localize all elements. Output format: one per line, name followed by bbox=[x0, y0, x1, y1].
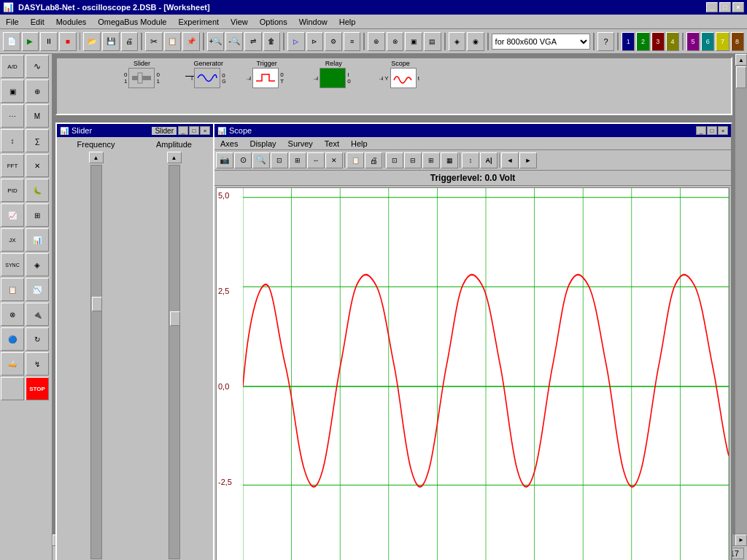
scope-block[interactable]: Scope I Y t bbox=[382, 60, 419, 88]
menu-view[interactable]: View bbox=[225, 16, 254, 28]
sidebar-btn26[interactable]: ↯ bbox=[26, 352, 49, 376]
sidebar-btn3[interactable]: ▣ bbox=[1, 79, 24, 103]
sidebar-stop[interactable]: STOP bbox=[26, 377, 49, 400]
amp-track[interactable] bbox=[169, 165, 180, 559]
sidebar-btn14[interactable]: ⊞ bbox=[26, 203, 49, 227]
scope-menu-help[interactable]: Help bbox=[345, 138, 374, 149]
sidebar-btn13[interactable]: 📈 bbox=[1, 203, 24, 227]
sidebar-btn23[interactable]: 🔵 bbox=[1, 327, 24, 351]
scope-btn10[interactable]: ⊡ bbox=[386, 152, 403, 168]
close-button[interactable]: × bbox=[732, 2, 744, 12]
tb-play[interactable]: ▶ bbox=[22, 32, 39, 51]
tb-prop[interactable]: ≡ bbox=[344, 32, 361, 51]
tb-cut[interactable]: ✂ bbox=[145, 32, 163, 51]
scope-maximize-btn[interactable]: □ bbox=[707, 126, 717, 135]
menu-experiment[interactable]: Experiment bbox=[172, 16, 225, 28]
scope-menu-survey[interactable]: Survey bbox=[282, 138, 319, 149]
scope-btn2[interactable]: ⊙ bbox=[234, 152, 252, 168]
tb-zoom-out[interactable]: -🔍 bbox=[225, 32, 243, 51]
tb-wire[interactable]: ⇌ bbox=[244, 32, 262, 51]
minimize-button[interactable]: _ bbox=[706, 2, 718, 12]
scope-menu-text[interactable]: Text bbox=[319, 138, 345, 149]
sidebar-btn7[interactable]: ↕ bbox=[1, 129, 24, 152]
tb-ch1[interactable]: 1 bbox=[622, 32, 635, 51]
freq-thumb[interactable] bbox=[92, 297, 102, 311]
scope-btn6[interactable]: ↔ bbox=[307, 152, 325, 168]
scroll-track[interactable] bbox=[735, 66, 747, 548]
sidebar-btn16[interactable]: 📊 bbox=[26, 228, 49, 252]
slider-maximize-btn[interactable]: □ bbox=[189, 126, 199, 135]
tb-ch4[interactable]: 4 bbox=[666, 32, 679, 51]
tb-paste[interactable]: 📌 bbox=[182, 32, 200, 51]
menu-window[interactable]: Window bbox=[293, 16, 333, 28]
menu-options[interactable]: Options bbox=[254, 16, 293, 28]
sidebar-btn18[interactable]: ◈ bbox=[26, 253, 49, 276]
tb-extra4[interactable]: ▤ bbox=[424, 32, 441, 51]
scope-minimize-btn[interactable]: _ bbox=[696, 126, 706, 135]
tb-delete[interactable]: 🗑 bbox=[263, 32, 281, 51]
sidebar-btn8[interactable]: ∑ bbox=[26, 129, 49, 152]
sidebar-btn19[interactable]: 📋 bbox=[1, 278, 24, 301]
menu-modules[interactable]: Modules bbox=[50, 16, 93, 28]
slider-minimize-btn[interactable]: _ bbox=[178, 126, 188, 135]
trigger-block[interactable]: Trigger I 0T bbox=[249, 60, 284, 88]
tb-zoom-in[interactable]: +🔍 bbox=[207, 32, 225, 51]
tb-ch6[interactable]: 6 bbox=[701, 32, 714, 51]
relay-block[interactable]: Relay I I0 bbox=[317, 60, 351, 88]
sidebar-pid[interactable]: PID bbox=[1, 179, 24, 202]
tb-open[interactable]: 📂 bbox=[83, 32, 101, 51]
sidebar-wave[interactable]: ∿ bbox=[26, 55, 49, 78]
scope-text-btn[interactable]: A| bbox=[480, 152, 498, 168]
menu-omegabus[interactable]: OmegaBus Module bbox=[92, 16, 172, 28]
scope-btn11[interactable]: ⊟ bbox=[404, 152, 422, 168]
scroll-thumb[interactable] bbox=[736, 66, 746, 88]
scope-prev-btn[interactable]: ◄ bbox=[501, 152, 519, 168]
tb-ch7[interactable]: 7 bbox=[716, 32, 729, 51]
scope-btn8[interactable]: 📋 bbox=[347, 152, 364, 168]
tb-extra6[interactable]: ◉ bbox=[467, 32, 484, 51]
tb-save[interactable]: 💾 bbox=[102, 32, 120, 51]
scroll-up-btn[interactable]: ▲ bbox=[735, 54, 747, 66]
menu-file[interactable]: File bbox=[0, 16, 25, 28]
tb-copy[interactable]: 📋 bbox=[164, 32, 182, 51]
generator-block[interactable]: Generator I 0G bbox=[191, 60, 226, 88]
scope-btn5[interactable]: ⊞ bbox=[289, 152, 306, 168]
scope-menu-display[interactable]: Display bbox=[244, 138, 282, 149]
sidebar-btn10[interactable]: ✕ bbox=[26, 154, 49, 177]
vga-dropdown[interactable]: for 800x600 VGA bbox=[492, 34, 590, 50]
tb-pause[interactable]: ⏸ bbox=[40, 32, 58, 51]
menu-help[interactable]: Help bbox=[333, 16, 362, 28]
sidebar-btn12[interactable]: 🐛 bbox=[26, 179, 49, 202]
sidebar-sync[interactable]: SYNC bbox=[1, 253, 24, 276]
h-scroll-right-btn[interactable]: ► bbox=[735, 534, 747, 546]
amp-thumb[interactable] bbox=[170, 311, 180, 326]
scope-zoom-btn[interactable]: 🔍 bbox=[252, 152, 270, 168]
sidebar-btn6[interactable]: M bbox=[26, 104, 49, 128]
tb-help[interactable]: ? bbox=[597, 32, 615, 51]
scope-cursor-btn[interactable]: ↕ bbox=[462, 152, 479, 168]
scope-menu-axes[interactable]: Axes bbox=[214, 138, 244, 149]
scope-next-btn[interactable]: ► bbox=[519, 152, 537, 168]
scope-btn4[interactable]: ⊡ bbox=[271, 152, 288, 168]
tb-extra2[interactable]: ⊗ bbox=[387, 32, 404, 51]
sidebar-btn25[interactable]: 🥧 bbox=[1, 352, 24, 376]
sidebar-btn24[interactable]: ↻ bbox=[26, 327, 49, 351]
tb-ch5[interactable]: 5 bbox=[686, 32, 700, 51]
tb-extra1[interactable]: ⊕ bbox=[368, 32, 385, 51]
tb-ch8[interactable]: 8 bbox=[731, 32, 744, 51]
scope-close-btn[interactable]: × bbox=[718, 126, 728, 135]
tb-run[interactable]: ▷ bbox=[287, 32, 305, 51]
scope-btn7[interactable]: ✕ bbox=[325, 152, 343, 168]
sidebar-btn22[interactable]: 🔌 bbox=[26, 303, 49, 326]
tb-new[interactable]: 📄 bbox=[3, 32, 20, 51]
sidebar-btn4[interactable]: ⊕ bbox=[26, 79, 49, 103]
sidebar-btn15[interactable]: JX bbox=[1, 228, 24, 252]
freq-track[interactable] bbox=[90, 165, 102, 559]
sidebar-fft[interactable]: FFT bbox=[1, 154, 24, 177]
tb-print[interactable]: 🖨 bbox=[121, 32, 139, 51]
sidebar-btn5[interactable]: ⋯ bbox=[1, 104, 24, 128]
slider-close-btn[interactable]: × bbox=[200, 126, 210, 135]
sidebar-btn21[interactable]: ⊗ bbox=[1, 303, 24, 326]
scope-camera-btn[interactable]: 📷 bbox=[216, 152, 233, 168]
sidebar-btn27[interactable] bbox=[1, 377, 24, 400]
